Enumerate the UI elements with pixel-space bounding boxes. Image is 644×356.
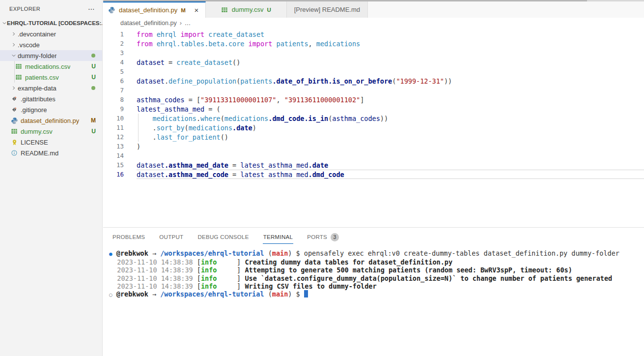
code-line-content: asthma_codes = ["39113311000001107", "39… [137, 96, 364, 104]
panel-tab-problems[interactable]: PROBLEMS [112, 230, 145, 244]
panel-tab-output[interactable]: OUTPUT [159, 230, 184, 244]
python-file-icon [108, 6, 116, 14]
tree-item-dummy-folder[interactable]: dummy-folder [0, 50, 102, 61]
explorer-sidebar: EXPLORER ⋯ EHRQL-TUTORIAL [CODESPACES:..… [0, 0, 103, 356]
explorer-more-actions-icon[interactable]: ⋯ [88, 7, 95, 11]
code-line-content: ) [137, 143, 140, 150]
tree-indent-guide [14, 61, 15, 72]
line-number: 4 [103, 59, 137, 66]
tree-item-patients.csv[interactable]: patients.csvU [0, 72, 102, 83]
tree-item-dummy.csv[interactable]: dummy.csvU [0, 126, 102, 137]
code-line-content: dataset.asthma_med_date = latest_asthma_… [137, 161, 328, 169]
code-editor[interactable]: 1from ehrql import create_dataset2from e… [103, 30, 644, 227]
vscode-window: EXPLORER ⋯ EHRQL-TUTORIAL [CODESPACES:..… [0, 0, 644, 356]
code-line-content: dataset.asthma_med_code = latest_asthma_… [137, 171, 344, 178]
line-number: 1 [103, 30, 137, 38]
tree-item-label: dummy.csv [21, 128, 53, 135]
code-line[interactable]: 16dataset.asthma_med_code = latest_asthm… [103, 170, 644, 179]
code-line-content: dataset = create_dataset() [137, 59, 240, 66]
breadcrumb-more[interactable]: … [185, 20, 191, 27]
code-line[interactable]: 4dataset = create_dataset() [103, 58, 644, 67]
chevron-right-icon [10, 84, 18, 92]
code-line[interactable]: 7 [103, 86, 644, 95]
breadcrumb[interactable]: dataset_definition.py › … [103, 18, 644, 29]
line-number: 5 [103, 68, 137, 75]
tab-label: dataset_definition.py [119, 6, 177, 14]
tree-item-README.md[interactable]: README.md [0, 148, 102, 158]
workspace-root-folder[interactable]: EHRQL-TUTORIAL [CODESPACES:... [0, 17, 102, 29]
tree-item-example-data[interactable]: example-data [0, 83, 102, 93]
tree-item-dataset_definition.py[interactable]: dataset_definition.pyM [0, 115, 102, 126]
git-status-badge: U [91, 128, 102, 135]
panel-tab-bar: PROBLEMSOUTPUTDEBUG CONSOLETERMINALPORTS… [103, 228, 644, 246]
line-number: 2 [103, 40, 137, 47]
chevron-right-icon [10, 41, 18, 49]
code-line[interactable]: 10 medications.where(medications.dmd_cod… [103, 114, 644, 123]
panel-tab-label: TERMINAL [263, 234, 293, 240]
code-line[interactable]: 9latest_asthma_med = ( [103, 104, 644, 114]
tab--preview-readme.md[interactable]: [Preview] README.md [287, 1, 368, 18]
bottom-panel: PROBLEMSOUTPUTDEBUG CONSOLETERMINALPORTS… [103, 227, 644, 356]
tab-dataset-definition.py[interactable]: dataset_definition.pyM× [103, 1, 206, 18]
tree-item-label: LICENSE [21, 139, 48, 146]
terminal-line: ● @rebkwok → /workspaces/ehrql-tutorial … [109, 249, 644, 258]
terminal-line: 2023-11-10 14:38:39 [info ] Attempting t… [109, 266, 644, 274]
code-line[interactable]: 14 [103, 151, 644, 160]
git-status-badge: U [91, 63, 102, 70]
tree-item-LICENSE[interactable]: LICENSE [0, 137, 102, 148]
explorer-title: EXPLORER [9, 6, 40, 12]
git-file-icon [10, 95, 18, 103]
code-line[interactable]: 13) [103, 142, 644, 151]
line-number: 16 [103, 171, 137, 178]
tree-item-label: .gitignore [21, 106, 47, 114]
code-line[interactable]: 8asthma_codes = ["39113311000001107", "3… [103, 95, 644, 104]
git-status-badge: U [91, 74, 102, 81]
python-file-icon [111, 20, 118, 27]
tree-indent-guide [14, 72, 15, 83]
csv-file-icon [15, 62, 23, 70]
close-icon[interactable]: × [193, 6, 200, 14]
panel-tab-debug-console[interactable]: DEBUG CONSOLE [197, 230, 249, 244]
code-line[interactable]: 6dataset.define_population(patients.date… [103, 76, 644, 86]
workspace-root-label: EHRQL-TUTORIAL [CODESPACES:... [7, 20, 102, 26]
code-line[interactable]: 11 .sort_by(medications.date) [103, 123, 644, 132]
panel-tab-label: OUTPUT [159, 234, 183, 240]
tree-item-medications.csv[interactable]: medications.csvU [0, 61, 102, 72]
code-line[interactable]: 12 .last_for_patient() [103, 132, 644, 142]
code-line[interactable]: 2from ehrql.tables.beta.core import pati… [103, 39, 644, 48]
breadcrumb-separator: › [180, 20, 182, 27]
tab-label: dummy.csv [232, 6, 264, 13]
code-line-content: .last_for_patient() [137, 133, 228, 141]
python-file-icon [10, 117, 18, 124]
terminal-cursor [304, 290, 308, 297]
csv-file-icon [221, 6, 229, 14]
code-line[interactable]: 5 [103, 67, 644, 76]
code-line-content: .sort_by(medications.date) [137, 124, 256, 132]
chevron-down-icon [2, 21, 7, 26]
panel-tab-terminal[interactable]: TERMINAL [263, 230, 294, 244]
code-line[interactable]: 3 [103, 48, 644, 58]
tab-dummy.csv[interactable]: dummy.csvU [206, 1, 287, 18]
terminal-line: 2023-11-10 14:38:38 [info ] Creating dum… [109, 258, 644, 266]
tree-item-.gitignore[interactable]: .gitignore [0, 104, 102, 115]
file-tree: .devcontainer.vscodedummy-foldermedicati… [0, 29, 102, 158]
tree-item-.vscode[interactable]: .vscode [0, 39, 102, 50]
editor-tab-bar: dataset_definition.pyM×dummy.csvU[Previe… [103, 1, 644, 18]
code-line[interactable]: 15dataset.asthma_med_date = latest_asthm… [103, 160, 644, 170]
panel-tab-ports[interactable]: PORTS3 [307, 229, 339, 245]
csv-file-icon [15, 73, 23, 81]
terminal-output[interactable]: ● @rebkwok → /workspaces/ehrql-tutorial … [103, 249, 644, 356]
panel-tab-label: DEBUG CONSOLE [197, 234, 249, 240]
line-number: 6 [103, 77, 137, 85]
tree-item-.devcontainer[interactable]: .devcontainer [0, 29, 102, 39]
terminal-line: 2023-11-10 14:38:39 [info ] Use `dataset… [109, 274, 644, 282]
code-line-content: from ehrql import create_dataset [137, 30, 264, 38]
code-line[interactable]: 1from ehrql import create_dataset [103, 30, 644, 39]
breadcrumb-file[interactable]: dataset_definition.py [120, 20, 177, 27]
code-line-content: latest_asthma_med = ( [137, 105, 221, 113]
terminal-line: ○ @rebkwok → /workspaces/ehrql-tutorial … [109, 290, 644, 299]
tree-item-label: .devcontainer [18, 30, 56, 38]
code-line-content: medications.where(medications.dmd_code.i… [137, 115, 388, 122]
tree-item-.gitattributes[interactable]: .gitattributes [0, 93, 102, 104]
command-prompt-dot-icon: ○ [109, 292, 112, 298]
